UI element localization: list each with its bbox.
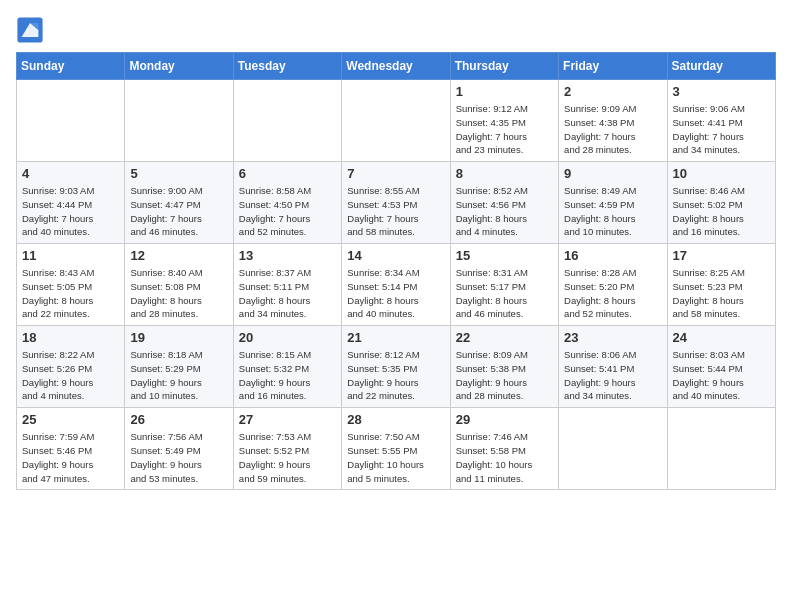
day-info: Sunrise: 8:06 AM Sunset: 5:41 PM Dayligh… <box>564 348 661 403</box>
calendar-cell: 24Sunrise: 8:03 AM Sunset: 5:44 PM Dayli… <box>667 326 775 408</box>
day-number: 11 <box>22 248 119 263</box>
weekday-header-saturday: Saturday <box>667 53 775 80</box>
calendar-cell <box>233 80 341 162</box>
day-info: Sunrise: 7:50 AM Sunset: 5:55 PM Dayligh… <box>347 430 444 485</box>
day-info: Sunrise: 9:00 AM Sunset: 4:47 PM Dayligh… <box>130 184 227 239</box>
calendar-cell: 3Sunrise: 9:06 AM Sunset: 4:41 PM Daylig… <box>667 80 775 162</box>
calendar-table: SundayMondayTuesdayWednesdayThursdayFrid… <box>16 52 776 490</box>
day-info: Sunrise: 8:15 AM Sunset: 5:32 PM Dayligh… <box>239 348 336 403</box>
day-number: 28 <box>347 412 444 427</box>
day-number: 10 <box>673 166 770 181</box>
day-number: 18 <box>22 330 119 345</box>
weekday-header-monday: Monday <box>125 53 233 80</box>
weekday-header-sunday: Sunday <box>17 53 125 80</box>
calendar-cell: 26Sunrise: 7:56 AM Sunset: 5:49 PM Dayli… <box>125 408 233 490</box>
week-row-5: 25Sunrise: 7:59 AM Sunset: 5:46 PM Dayli… <box>17 408 776 490</box>
calendar-cell: 1Sunrise: 9:12 AM Sunset: 4:35 PM Daylig… <box>450 80 558 162</box>
day-info: Sunrise: 8:31 AM Sunset: 5:17 PM Dayligh… <box>456 266 553 321</box>
day-number: 22 <box>456 330 553 345</box>
calendar-cell: 9Sunrise: 8:49 AM Sunset: 4:59 PM Daylig… <box>559 162 667 244</box>
day-number: 7 <box>347 166 444 181</box>
day-info: Sunrise: 8:46 AM Sunset: 5:02 PM Dayligh… <box>673 184 770 239</box>
calendar-cell <box>17 80 125 162</box>
calendar-cell: 16Sunrise: 8:28 AM Sunset: 5:20 PM Dayli… <box>559 244 667 326</box>
calendar-cell <box>559 408 667 490</box>
calendar-cell: 2Sunrise: 9:09 AM Sunset: 4:38 PM Daylig… <box>559 80 667 162</box>
day-number: 9 <box>564 166 661 181</box>
day-number: 27 <box>239 412 336 427</box>
day-info: Sunrise: 8:22 AM Sunset: 5:26 PM Dayligh… <box>22 348 119 403</box>
calendar-cell: 20Sunrise: 8:15 AM Sunset: 5:32 PM Dayli… <box>233 326 341 408</box>
day-number: 3 <box>673 84 770 99</box>
day-number: 6 <box>239 166 336 181</box>
calendar-cell: 13Sunrise: 8:37 AM Sunset: 5:11 PM Dayli… <box>233 244 341 326</box>
day-info: Sunrise: 8:37 AM Sunset: 5:11 PM Dayligh… <box>239 266 336 321</box>
weekday-header-tuesday: Tuesday <box>233 53 341 80</box>
calendar-cell: 11Sunrise: 8:43 AM Sunset: 5:05 PM Dayli… <box>17 244 125 326</box>
day-number: 26 <box>130 412 227 427</box>
calendar-cell: 14Sunrise: 8:34 AM Sunset: 5:14 PM Dayli… <box>342 244 450 326</box>
calendar-cell: 10Sunrise: 8:46 AM Sunset: 5:02 PM Dayli… <box>667 162 775 244</box>
calendar-cell: 4Sunrise: 9:03 AM Sunset: 4:44 PM Daylig… <box>17 162 125 244</box>
day-info: Sunrise: 8:03 AM Sunset: 5:44 PM Dayligh… <box>673 348 770 403</box>
day-number: 20 <box>239 330 336 345</box>
calendar-cell: 17Sunrise: 8:25 AM Sunset: 5:23 PM Dayli… <box>667 244 775 326</box>
weekday-header-thursday: Thursday <box>450 53 558 80</box>
page-header <box>16 16 776 44</box>
day-info: Sunrise: 8:12 AM Sunset: 5:35 PM Dayligh… <box>347 348 444 403</box>
day-info: Sunrise: 9:12 AM Sunset: 4:35 PM Dayligh… <box>456 102 553 157</box>
day-info: Sunrise: 8:40 AM Sunset: 5:08 PM Dayligh… <box>130 266 227 321</box>
day-number: 4 <box>22 166 119 181</box>
day-number: 12 <box>130 248 227 263</box>
weekday-header-row: SundayMondayTuesdayWednesdayThursdayFrid… <box>17 53 776 80</box>
calendar-cell: 15Sunrise: 8:31 AM Sunset: 5:17 PM Dayli… <box>450 244 558 326</box>
day-number: 8 <box>456 166 553 181</box>
day-number: 23 <box>564 330 661 345</box>
day-number: 17 <box>673 248 770 263</box>
day-info: Sunrise: 8:28 AM Sunset: 5:20 PM Dayligh… <box>564 266 661 321</box>
day-info: Sunrise: 7:46 AM Sunset: 5:58 PM Dayligh… <box>456 430 553 485</box>
day-number: 21 <box>347 330 444 345</box>
calendar-cell: 29Sunrise: 7:46 AM Sunset: 5:58 PM Dayli… <box>450 408 558 490</box>
day-number: 14 <box>347 248 444 263</box>
day-number: 16 <box>564 248 661 263</box>
logo <box>16 16 48 44</box>
day-info: Sunrise: 8:58 AM Sunset: 4:50 PM Dayligh… <box>239 184 336 239</box>
week-row-3: 11Sunrise: 8:43 AM Sunset: 5:05 PM Dayli… <box>17 244 776 326</box>
calendar-cell: 5Sunrise: 9:00 AM Sunset: 4:47 PM Daylig… <box>125 162 233 244</box>
day-number: 25 <box>22 412 119 427</box>
calendar-cell <box>125 80 233 162</box>
day-number: 2 <box>564 84 661 99</box>
day-info: Sunrise: 9:06 AM Sunset: 4:41 PM Dayligh… <box>673 102 770 157</box>
day-info: Sunrise: 8:09 AM Sunset: 5:38 PM Dayligh… <box>456 348 553 403</box>
day-number: 15 <box>456 248 553 263</box>
calendar-cell: 21Sunrise: 8:12 AM Sunset: 5:35 PM Dayli… <box>342 326 450 408</box>
calendar-cell: 6Sunrise: 8:58 AM Sunset: 4:50 PM Daylig… <box>233 162 341 244</box>
day-info: Sunrise: 9:09 AM Sunset: 4:38 PM Dayligh… <box>564 102 661 157</box>
calendar-cell: 28Sunrise: 7:50 AM Sunset: 5:55 PM Dayli… <box>342 408 450 490</box>
day-info: Sunrise: 7:59 AM Sunset: 5:46 PM Dayligh… <box>22 430 119 485</box>
calendar-cell: 22Sunrise: 8:09 AM Sunset: 5:38 PM Dayli… <box>450 326 558 408</box>
day-info: Sunrise: 9:03 AM Sunset: 4:44 PM Dayligh… <box>22 184 119 239</box>
week-row-4: 18Sunrise: 8:22 AM Sunset: 5:26 PM Dayli… <box>17 326 776 408</box>
calendar-cell: 25Sunrise: 7:59 AM Sunset: 5:46 PM Dayli… <box>17 408 125 490</box>
day-number: 24 <box>673 330 770 345</box>
day-number: 29 <box>456 412 553 427</box>
logo-icon <box>16 16 44 44</box>
day-info: Sunrise: 8:43 AM Sunset: 5:05 PM Dayligh… <box>22 266 119 321</box>
day-info: Sunrise: 8:49 AM Sunset: 4:59 PM Dayligh… <box>564 184 661 239</box>
day-number: 13 <box>239 248 336 263</box>
week-row-2: 4Sunrise: 9:03 AM Sunset: 4:44 PM Daylig… <box>17 162 776 244</box>
day-info: Sunrise: 8:52 AM Sunset: 4:56 PM Dayligh… <box>456 184 553 239</box>
calendar-cell <box>342 80 450 162</box>
calendar-cell: 8Sunrise: 8:52 AM Sunset: 4:56 PM Daylig… <box>450 162 558 244</box>
calendar-cell: 12Sunrise: 8:40 AM Sunset: 5:08 PM Dayli… <box>125 244 233 326</box>
calendar-cell <box>667 408 775 490</box>
day-info: Sunrise: 7:53 AM Sunset: 5:52 PM Dayligh… <box>239 430 336 485</box>
calendar-cell: 7Sunrise: 8:55 AM Sunset: 4:53 PM Daylig… <box>342 162 450 244</box>
day-info: Sunrise: 7:56 AM Sunset: 5:49 PM Dayligh… <box>130 430 227 485</box>
weekday-header-wednesday: Wednesday <box>342 53 450 80</box>
calendar-cell: 23Sunrise: 8:06 AM Sunset: 5:41 PM Dayli… <box>559 326 667 408</box>
day-number: 1 <box>456 84 553 99</box>
day-info: Sunrise: 8:25 AM Sunset: 5:23 PM Dayligh… <box>673 266 770 321</box>
